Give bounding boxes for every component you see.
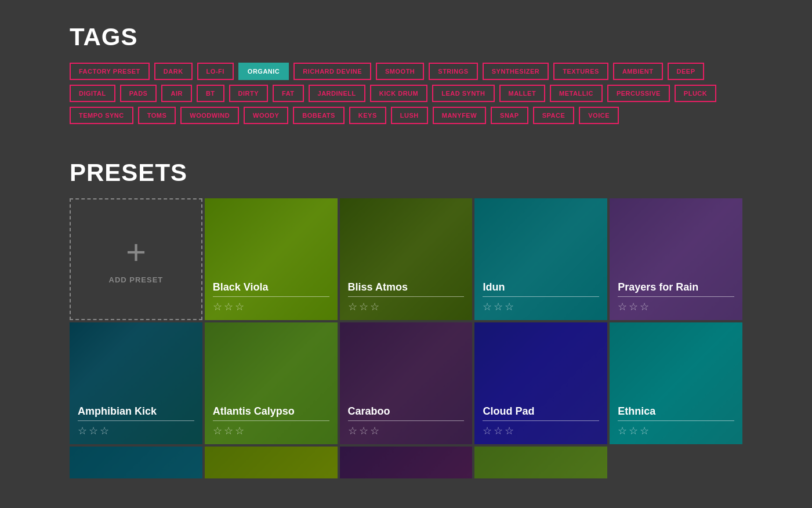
tag-bt[interactable]: BT — [197, 85, 224, 102]
preset-stars: ☆ ☆ ☆ — [348, 300, 465, 313]
star-1: ☆ — [348, 300, 357, 313]
tag-strings[interactable]: STRINGS — [429, 63, 477, 80]
star-1: ☆ — [483, 300, 492, 313]
tag-digital[interactable]: DIGITAL — [70, 85, 115, 102]
preset-card-partial[interactable] — [70, 447, 202, 478]
star-3: ☆ — [370, 300, 379, 313]
tag-textures[interactable]: TEXTURES — [553, 63, 608, 80]
preset-card[interactable]: Cloud Pad ☆ ☆ ☆ — [474, 322, 607, 444]
star-3: ☆ — [100, 424, 109, 437]
preset-name: Black Viola — [213, 281, 329, 297]
star-2: ☆ — [494, 424, 503, 437]
preset-overlay — [205, 447, 338, 478]
star-1: ☆ — [618, 300, 627, 313]
preset-name: Caraboo — [348, 405, 465, 421]
star-3: ☆ — [640, 424, 649, 437]
star-3: ☆ — [505, 424, 514, 437]
star-1: ☆ — [213, 300, 222, 313]
star-2: ☆ — [494, 300, 503, 313]
preset-stars: ☆ ☆ ☆ — [213, 300, 329, 313]
tag-toms[interactable]: TOMS — [138, 107, 176, 124]
tag-tempo-sync[interactable]: TEMPO SYNC — [70, 107, 133, 124]
preset-content: Prayers for Rain ☆ ☆ ☆ — [610, 275, 742, 320]
tag-keys[interactable]: KEYS — [349, 107, 386, 124]
preset-card[interactable]: Amphibian Kick ☆ ☆ ☆ — [70, 322, 202, 444]
preset-stars: ☆ ☆ ☆ — [78, 424, 194, 437]
preset-stars: ☆ ☆ ☆ — [483, 300, 599, 313]
star-2: ☆ — [224, 424, 233, 437]
star-2: ☆ — [629, 300, 638, 313]
preset-card[interactable]: Atlantis Calypso ☆ ☆ ☆ — [205, 322, 338, 444]
preset-content: Cloud Pad ☆ ☆ ☆ — [474, 400, 607, 444]
star-1: ☆ — [483, 424, 492, 437]
tag-woodwind[interactable]: WOODWIND — [180, 107, 239, 124]
tag-organic[interactable]: ORGANIC — [238, 63, 289, 80]
tag-lush[interactable]: LUSH — [391, 107, 428, 124]
tag-bobeats[interactable]: BOBEATS — [293, 107, 344, 124]
tag-voice[interactable]: VOICE — [579, 107, 619, 124]
preset-overlay — [474, 447, 607, 478]
preset-card[interactable]: Caraboo ☆ ☆ ☆ — [340, 322, 473, 444]
add-preset-icon: + — [126, 235, 146, 270]
preset-stars: ☆ ☆ ☆ — [213, 424, 329, 437]
tag-woody[interactable]: WOODY — [244, 107, 288, 124]
tag-space[interactable]: SPACE — [533, 107, 575, 124]
tag-metallic[interactable]: METALLIC — [550, 85, 603, 102]
tag-dirty[interactable]: DIRTY — [229, 85, 269, 102]
preset-overlay — [340, 447, 473, 478]
star-2: ☆ — [359, 300, 368, 313]
preset-card-partial[interactable] — [340, 447, 473, 478]
tag-ambient[interactable]: AMBIENT — [613, 63, 663, 80]
tag-manyfew[interactable]: MANYFEW — [433, 107, 486, 124]
tag-jardinell[interactable]: JARDINELL — [309, 85, 365, 102]
star-3: ☆ — [640, 300, 649, 313]
preset-name: Atlantis Calypso — [213, 405, 329, 421]
preset-name: Bliss Atmos — [348, 281, 465, 297]
star-3: ☆ — [370, 424, 379, 437]
preset-name: Cloud Pad — [483, 405, 599, 421]
preset-name: Idun — [483, 281, 599, 297]
tags-title: TAGS — [70, 23, 742, 51]
tag-lead-synth[interactable]: LEAD SYNTH — [432, 85, 494, 102]
tag-smooth[interactable]: SMOOTH — [376, 63, 424, 80]
preset-card[interactable]: Black Viola ☆ ☆ ☆ — [205, 198, 338, 320]
star-1: ☆ — [618, 424, 627, 437]
presets-section: PRESETS + ADD PRESET Black Viola ☆ ☆ ☆ B… — [0, 136, 812, 490]
tag-air[interactable]: AIR — [161, 85, 191, 102]
preset-card-partial[interactable] — [474, 447, 607, 478]
preset-content: Amphibian Kick ☆ ☆ ☆ — [70, 400, 202, 444]
tag-mallet[interactable]: MALLET — [499, 85, 546, 102]
star-3: ☆ — [235, 424, 244, 437]
tag-lo-fi[interactable]: LO-FI — [197, 63, 234, 80]
preset-card[interactable]: Bliss Atmos ☆ ☆ ☆ — [340, 198, 473, 320]
preset-card[interactable]: Prayers for Rain ☆ ☆ ☆ — [610, 198, 742, 320]
tag-richard-devine[interactable]: RICHARD DEVINE — [293, 63, 371, 80]
tag-factory-preset[interactable]: FACTORY PRESET — [70, 63, 150, 80]
tag-pads[interactable]: PADS — [120, 85, 157, 102]
add-preset-card[interactable]: + ADD PRESET — [70, 198, 202, 320]
preset-card[interactable]: Idun ☆ ☆ ☆ — [474, 198, 607, 320]
preset-content: Atlantis Calypso ☆ ☆ ☆ — [205, 400, 338, 444]
star-1: ☆ — [213, 424, 222, 437]
preset-content: Ethnica ☆ ☆ ☆ — [610, 400, 742, 444]
tag-kick-drum[interactable]: KICK DRUM — [370, 85, 427, 102]
preset-card-partial[interactable] — [205, 447, 338, 478]
tag-dark[interactable]: DARK — [154, 63, 193, 80]
tag-fat[interactable]: FAT — [273, 85, 303, 102]
presets-title: PRESETS — [70, 159, 742, 187]
star-2: ☆ — [224, 300, 233, 313]
star-3: ☆ — [235, 300, 244, 313]
tag-percussive[interactable]: PERCUSSIVE — [607, 85, 670, 102]
tag-synthesizer[interactable]: SYNTHESIZER — [483, 63, 549, 80]
tag-snap[interactable]: SNAP — [491, 107, 528, 124]
tags-section: TAGS FACTORY PRESETDARKLO-FIORGANICRICHA… — [0, 0, 812, 136]
tag-pluck[interactable]: PLUCK — [675, 85, 716, 102]
tag-deep[interactable]: DEEP — [668, 63, 705, 80]
preset-card[interactable]: Ethnica ☆ ☆ ☆ — [610, 322, 742, 444]
tags-container: FACTORY PRESETDARKLO-FIORGANICRICHARD DE… — [70, 63, 742, 124]
preset-stars: ☆ ☆ ☆ — [618, 424, 734, 437]
presets-grid: + ADD PRESET Black Viola ☆ ☆ ☆ Bliss Atm… — [70, 198, 742, 478]
preset-name: Ethnica — [618, 405, 734, 421]
preset-content: Bliss Atmos ☆ ☆ ☆ — [340, 275, 473, 320]
star-2: ☆ — [359, 424, 368, 437]
